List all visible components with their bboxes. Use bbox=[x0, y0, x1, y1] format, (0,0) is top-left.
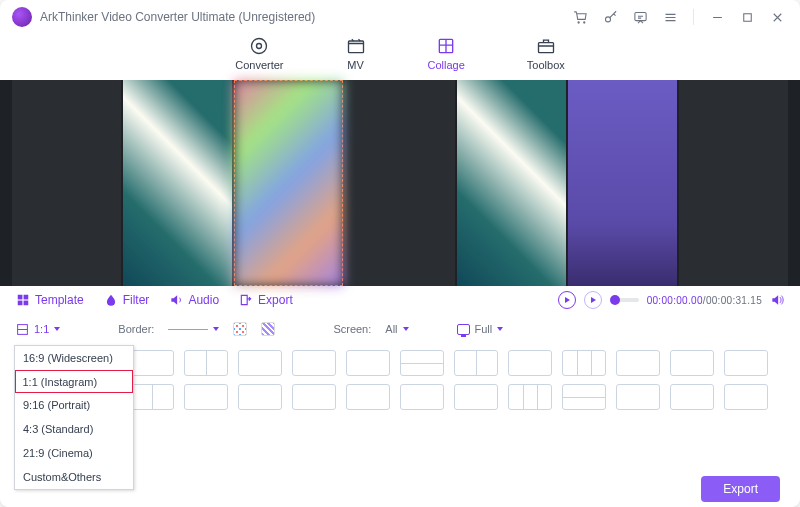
mode-template[interactable]: Template bbox=[16, 293, 84, 307]
layout-template[interactable] bbox=[508, 384, 552, 410]
mode-audio[interactable]: Audio bbox=[169, 293, 219, 307]
svg-rect-4 bbox=[743, 13, 751, 21]
app-logo-icon bbox=[12, 7, 32, 27]
layout-template[interactable] bbox=[184, 384, 228, 410]
minimize-button[interactable] bbox=[706, 6, 728, 28]
preview-slot-empty[interactable] bbox=[12, 80, 121, 286]
layout-template[interactable] bbox=[724, 350, 768, 376]
layout-template[interactable] bbox=[184, 350, 228, 376]
ratio-option[interactable]: 4:3 (Standard) bbox=[15, 417, 133, 441]
display-value: Full bbox=[475, 323, 493, 335]
ratio-option[interactable]: Custom&Others bbox=[15, 465, 133, 489]
layout-template[interactable] bbox=[292, 384, 336, 410]
layout-template[interactable] bbox=[508, 350, 552, 376]
playback-controls: 00:00:00.00/00:00:31.15 bbox=[558, 291, 784, 309]
titlebar: ArkThinker Video Converter Ultimate (Unr… bbox=[0, 0, 800, 34]
layout-template[interactable] bbox=[724, 384, 768, 410]
ratio-option-highlighted[interactable]: 1:1 (Instagram) bbox=[15, 370, 133, 393]
preview-slot[interactable] bbox=[457, 80, 566, 286]
converter-icon bbox=[249, 36, 269, 56]
border-pattern-picker[interactable] bbox=[261, 322, 275, 336]
slider-thumb[interactable] bbox=[610, 295, 620, 305]
svg-rect-9 bbox=[538, 43, 553, 53]
layout-template[interactable] bbox=[400, 384, 444, 410]
tab-collage[interactable]: Collage bbox=[428, 36, 465, 71]
layout-template[interactable] bbox=[670, 384, 714, 410]
preview-slot-empty[interactable] bbox=[679, 80, 788, 286]
layout-template[interactable] bbox=[616, 350, 660, 376]
svg-rect-12 bbox=[18, 301, 23, 306]
layout-template[interactable] bbox=[670, 350, 714, 376]
svg-rect-7 bbox=[348, 41, 363, 53]
ratio-option[interactable]: 21:9 (Cinema) bbox=[15, 441, 133, 465]
export-button[interactable]: Export bbox=[701, 476, 780, 502]
menu-icon[interactable] bbox=[659, 6, 681, 28]
layout-template[interactable] bbox=[562, 350, 606, 376]
video-thumbnail bbox=[457, 80, 566, 286]
tab-mv[interactable]: MV bbox=[346, 36, 366, 71]
layout-template[interactable] bbox=[616, 384, 660, 410]
chevron-down-icon bbox=[497, 327, 503, 331]
collage-icon bbox=[436, 36, 456, 56]
screen-label: Screen: bbox=[333, 323, 371, 335]
preview-slot-selected[interactable] bbox=[234, 80, 343, 286]
timeline-slider[interactable] bbox=[610, 298, 638, 302]
layout-template[interactable] bbox=[562, 384, 606, 410]
layout-template[interactable] bbox=[400, 350, 444, 376]
template-controls: 1:1 Border: Screen: All Full bbox=[0, 314, 800, 344]
ratio-option[interactable]: 9:16 (Portrait) bbox=[15, 393, 133, 417]
layout-template[interactable] bbox=[346, 384, 390, 410]
tab-label: MV bbox=[347, 59, 364, 71]
feedback-icon[interactable] bbox=[629, 6, 651, 28]
close-button[interactable] bbox=[766, 6, 788, 28]
layout-template[interactable] bbox=[238, 384, 282, 410]
layout-template[interactable] bbox=[130, 384, 174, 410]
layout-template[interactable] bbox=[238, 350, 282, 376]
tab-label: Collage bbox=[428, 59, 465, 71]
export-icon bbox=[239, 293, 253, 307]
filter-icon bbox=[104, 293, 118, 307]
play-button[interactable] bbox=[558, 291, 576, 309]
border-label: Border: bbox=[118, 323, 154, 335]
key-icon[interactable] bbox=[599, 6, 621, 28]
mode-export[interactable]: Export bbox=[239, 293, 293, 307]
titlebar-divider bbox=[693, 9, 694, 25]
layout-template[interactable] bbox=[454, 350, 498, 376]
border-style-dropdown[interactable] bbox=[168, 327, 219, 331]
video-thumbnail bbox=[234, 80, 343, 286]
chevron-down-icon bbox=[403, 327, 409, 331]
mv-icon bbox=[346, 36, 366, 56]
app-title: ArkThinker Video Converter Ultimate (Unr… bbox=[40, 10, 315, 24]
svg-point-6 bbox=[257, 44, 262, 49]
preview-slot[interactable] bbox=[123, 80, 232, 286]
preview-slot[interactable] bbox=[568, 80, 677, 286]
mode-filter[interactable]: Filter bbox=[104, 293, 150, 307]
mode-label: Audio bbox=[188, 293, 219, 307]
play-all-button[interactable] bbox=[584, 291, 602, 309]
layout-template[interactable] bbox=[454, 384, 498, 410]
cart-icon[interactable] bbox=[569, 6, 591, 28]
layout-template[interactable] bbox=[346, 350, 390, 376]
layout-template[interactable] bbox=[292, 350, 336, 376]
mode-label: Filter bbox=[123, 293, 150, 307]
chevron-down-icon bbox=[213, 327, 219, 331]
ratio-option[interactable]: 16:9 (Widescreen) bbox=[15, 346, 133, 370]
svg-point-1 bbox=[583, 21, 584, 22]
time-current: 00:00:00.00 bbox=[647, 295, 703, 306]
mode-label: Template bbox=[35, 293, 84, 307]
preview-slot-empty[interactable] bbox=[345, 80, 454, 286]
aspect-ratio-dropdown[interactable]: 1:1 bbox=[16, 323, 60, 336]
mode-label: Export bbox=[258, 293, 293, 307]
main-tabs: Converter MV Collage Toolbox bbox=[0, 34, 800, 80]
monitor-icon bbox=[457, 324, 470, 335]
layout-template[interactable] bbox=[130, 350, 174, 376]
tab-toolbox[interactable]: Toolbox bbox=[527, 36, 565, 71]
mode-bar: Template Filter Audio Export 00:00:00.00… bbox=[0, 286, 800, 314]
tab-converter[interactable]: Converter bbox=[235, 36, 283, 71]
screen-dropdown[interactable]: All bbox=[385, 323, 408, 335]
maximize-button[interactable] bbox=[736, 6, 758, 28]
display-dropdown[interactable]: Full bbox=[457, 323, 504, 335]
volume-icon[interactable] bbox=[770, 293, 784, 307]
border-color-picker[interactable] bbox=[233, 322, 247, 336]
svg-rect-11 bbox=[24, 295, 29, 300]
